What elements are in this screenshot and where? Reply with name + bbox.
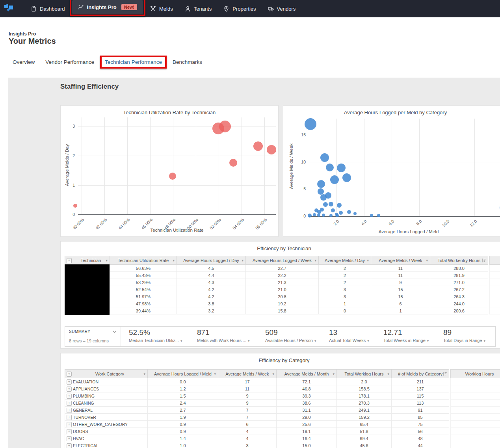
column-header-of-melds-by-category[interactable]: # of Melds by Category — [392, 370, 449, 378]
nav-item-melds[interactable]: Melds — [144, 0, 179, 17]
metric-label[interactable]: Total Days in Range▾ — [443, 338, 494, 343]
data-bubble[interactable] — [313, 213, 316, 216]
data-bubble[interactable] — [377, 214, 380, 217]
column-header-average-hours-logged-week[interactable]: Average Hours Logged / Week▾ — [246, 256, 319, 265]
nav-item-vendors[interactable]: Vendors — [262, 0, 302, 17]
data-bubble[interactable] — [73, 204, 77, 208]
table-row — [451, 392, 500, 400]
summary-metric-actual-total-weeks: 13Actual Total Weeks▾ — [321, 327, 375, 346]
expand-row-button[interactable]: + — [67, 422, 72, 427]
app-logo[interactable] — [4, 4, 14, 14]
tab-benchmarks[interactable]: Benchmarks — [173, 59, 202, 65]
metric-label[interactable]: Actual Total Weeks▾ — [329, 338, 375, 343]
data-bubble[interactable] — [342, 173, 351, 182]
column-header-technician[interactable]: Technician▾ — [72, 256, 110, 265]
data-bubble[interactable] — [370, 214, 373, 217]
data-bubble[interactable] — [229, 159, 237, 167]
data-bubble[interactable] — [318, 188, 324, 195]
data-bubble[interactable] — [317, 180, 325, 188]
data-bubble[interactable] — [308, 214, 312, 217]
metric-label[interactable]: Total Weeks in Range▾ — [383, 338, 435, 343]
table-cell: 47.98% — [110, 300, 177, 307]
nav-item-insights-pro[interactable]: Insights ProNew! — [72, 0, 143, 14]
expand-all-button[interactable]: + — [67, 372, 72, 377]
data-bubble[interactable] — [267, 145, 276, 154]
metric-label[interactable]: Median Technician Utiliz...▾ — [129, 338, 189, 343]
column-header-worklog-hours[interactable]: Worklog Hours — [451, 370, 500, 378]
expand-row-button[interactable]: + — [67, 443, 72, 448]
caret-down-icon: ▾ — [180, 339, 182, 343]
expand-row-button[interactable]: + — [67, 379, 72, 385]
column-header-average-melds-week[interactable]: Average Melds / Week▾ — [218, 370, 277, 378]
summary-metric-median-technician-utiliz: 52.5%Median Technician Utiliz...▾ — [121, 327, 189, 346]
expand-all-button[interactable]: + — [67, 258, 72, 263]
expand-row-button[interactable]: + — [67, 436, 72, 441]
column-header-average-hours-logged-meld[interactable]: Average Hours Logged / Meld▾ — [148, 370, 218, 378]
table-cell: 38.6 — [277, 400, 337, 407]
data-bubble[interactable] — [253, 141, 263, 151]
tab-vendor-performance[interactable]: Vendor Performance — [45, 59, 94, 65]
data-bubble[interactable] — [337, 203, 342, 208]
column-header-technician-utilization-rate[interactable]: Technician Utilization Rate▾ — [110, 256, 177, 265]
data-bubble[interactable] — [320, 153, 329, 162]
column-header-expander[interactable] — [490, 256, 500, 265]
column-header-average-hours-logged-day[interactable]: Average Hours Logged / Day▾ — [177, 256, 246, 265]
table-cell — [490, 300, 500, 307]
nav-item-dashboard[interactable]: Dashboard — [25, 0, 71, 17]
y-tick-label: 10 — [292, 160, 306, 164]
expand-row-button[interactable]: + — [67, 401, 72, 406]
data-bubble[interactable] — [330, 175, 339, 184]
nav-item-properties[interactable]: Properties — [217, 0, 262, 17]
metric-label[interactable]: Melds with Work Hours ...▾ — [197, 338, 257, 343]
data-bubble[interactable] — [329, 202, 333, 206]
column-header-average-melds-week[interactable]: Average Melds / Week▾ — [371, 256, 430, 265]
expand-row-button[interactable]: + — [67, 429, 72, 434]
tab-overview[interactable]: Overview — [13, 59, 35, 65]
table-cell: 158.5 — [337, 385, 392, 392]
gridline — [392, 119, 392, 216]
column-header-total-worklog-hours[interactable]: Total Worklog Hours▾ — [337, 370, 392, 378]
tab-technician-performance[interactable]: Technician Performance — [105, 59, 162, 65]
table-row: +DOORS0.9419.151.856 — [65, 428, 449, 435]
gridline — [447, 119, 447, 216]
data-bubble[interactable] — [329, 214, 333, 217]
data-bubble[interactable] — [353, 212, 357, 215]
expand-row-button[interactable]: + — [67, 394, 72, 399]
column-header-average-melds-day[interactable]: Average Melds / Day▾ — [319, 256, 371, 265]
data-bubble[interactable] — [322, 214, 325, 217]
expand-row-button[interactable]: + — [67, 387, 72, 392]
data-bubble[interactable] — [323, 202, 328, 207]
data-bubble[interactable] — [317, 214, 320, 217]
column-header-work-category[interactable]: Work Category▾ — [72, 370, 148, 378]
data-bubble[interactable] — [219, 121, 231, 132]
column-header-average-melds-month[interactable]: Average Melds / Month▾ — [277, 370, 337, 378]
redacted-technician-names — [65, 264, 110, 315]
sort-icon — [482, 258, 486, 262]
data-bubble[interactable] — [337, 164, 346, 172]
table-cell: 2 — [319, 272, 371, 279]
column-header-total-workentry-hours[interactable]: Total Workentry Hours — [430, 256, 488, 265]
expand-row-button[interactable]: + — [67, 415, 72, 420]
column-header-expander[interactable]: + — [65, 256, 72, 265]
data-bubble[interactable] — [169, 173, 176, 180]
data-bubble[interactable] — [339, 211, 343, 215]
data-bubble[interactable] — [331, 208, 335, 212]
column-header-expander[interactable]: + — [65, 370, 72, 378]
table-cell: 9 — [218, 392, 277, 400]
table-cell: 52.54% — [110, 286, 177, 293]
data-bubble[interactable] — [326, 164, 334, 171]
data-bubble[interactable] — [336, 214, 339, 217]
table-cell — [451, 414, 500, 421]
table-cell: 211 — [392, 378, 449, 385]
table-cell: 15.8 — [246, 307, 319, 314]
data-bubble[interactable] — [320, 194, 327, 201]
table-cell: 2 — [319, 279, 371, 286]
data-bubble[interactable] — [347, 210, 351, 214]
expand-row-button[interactable]: + — [67, 408, 72, 413]
data-bubble[interactable] — [305, 118, 316, 130]
truck-icon — [268, 6, 274, 12]
table-cell: 267.2 — [430, 286, 488, 293]
metric-label[interactable]: Available Hours / Person▾ — [265, 338, 321, 343]
nav-item-tenants[interactable]: Tenants — [179, 0, 218, 17]
summary-selector[interactable]: SUMMARY 8 rows – 19 columns — [65, 327, 121, 346]
